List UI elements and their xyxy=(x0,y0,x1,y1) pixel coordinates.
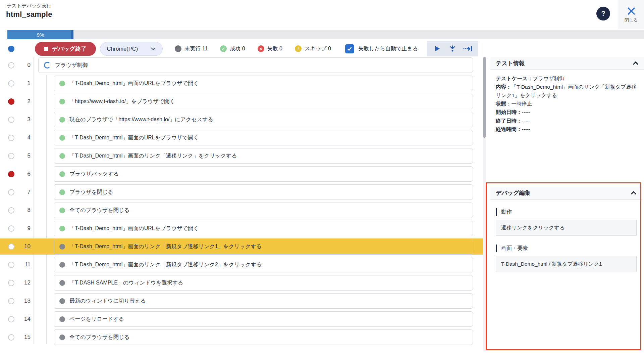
breakpoint-toggle[interactable] xyxy=(8,135,14,141)
step-row-11[interactable]: 11「T-Dash_Demo_html」画面のリンク「新規タブ遷移リンク2」をク… xyxy=(0,257,486,273)
step-card[interactable]: 「T-Dash_Demo_html」画面のリンク「遷移リンク」をクリックする xyxy=(54,148,473,164)
step-card[interactable]: ブラウザ制御 xyxy=(38,57,473,73)
info-label: 状態： xyxy=(496,101,512,106)
step-text: ページをリロードする xyxy=(69,316,124,323)
breakpoint-toggle[interactable] xyxy=(8,80,14,87)
step-row-14[interactable]: 14ページをリロードする xyxy=(0,311,486,327)
step-row-15[interactable]: 15全てのブラウザを閉じる xyxy=(0,329,486,345)
step-row-5[interactable]: 5「T-Dash_Demo_html」画面のリンク「遷移リンク」をクリックする xyxy=(0,148,486,164)
step-into-icon xyxy=(449,45,456,52)
step-card[interactable]: 「T-Dash_Demo_html」画面のURLをブラウザで開く xyxy=(54,76,473,91)
test-info-title: テスト情報 xyxy=(496,59,525,67)
breakpoint-all-toggle[interactable] xyxy=(8,46,14,52)
breakpoint-toggle[interactable] xyxy=(8,316,14,322)
debug-fields: 動作遷移リンクをクリックする画面・要素T-Dash_Demo_html / 新規… xyxy=(490,208,642,272)
breakpoint-toggle[interactable] xyxy=(8,207,14,214)
step-row-3[interactable]: 3現在のブラウザで「https://www.t-dash.io/」にアクセスする xyxy=(0,112,486,128)
step-card[interactable]: 「https://www.t-dash.io/」をブラウザで開く xyxy=(54,94,473,109)
step-index: 12 xyxy=(14,279,31,286)
info-row: 開始日時：----- xyxy=(496,108,639,116)
help-button[interactable]: ? xyxy=(596,7,610,20)
breakpoint-toggle[interactable] xyxy=(8,189,14,195)
step-card[interactable]: ブラウザバックする xyxy=(54,166,473,182)
breakpoint-toggle[interactable] xyxy=(8,62,14,69)
chevron-up-icon xyxy=(631,191,637,195)
autostop-checkbox[interactable] xyxy=(345,44,354,53)
info-value: ----- xyxy=(522,118,531,124)
step-row-10[interactable]: 10「T-Dash_Demo_html」画面のリンク「新規タブ遷移リンク1」をク… xyxy=(0,238,486,255)
step-row-7[interactable]: 7ブラウザを閉じる xyxy=(0,184,486,200)
breakpoint-toggle[interactable] xyxy=(8,244,14,250)
window-header: テストデバッグ実行 html_sample ? 閉じる xyxy=(0,0,644,29)
step-card[interactable]: ブラウザを閉じる xyxy=(54,184,473,200)
browser-select[interactable]: Chrome(PC) xyxy=(100,42,163,56)
step-card[interactable]: 「T-Dash_Demo_html」画面のURLをブラウザで開く xyxy=(54,221,473,236)
stop-debug-button[interactable]: デバッグ終了 xyxy=(35,42,96,56)
field-value-box[interactable]: 遷移リンクをクリックする xyxy=(496,220,637,236)
step-row-12[interactable]: 12「T-DASH SAMPLE」のウィンドウを選択する xyxy=(0,275,486,291)
status-dot-green xyxy=(59,99,65,104)
breakpoint-toggle[interactable] xyxy=(8,117,14,123)
info-row: テストケース：ブラウザ制御 xyxy=(496,74,639,83)
info-row: 終了日時：----- xyxy=(496,117,639,125)
step-card[interactable]: 「T-Dash_Demo_html」画面のリンク「新規タブ遷移リンク1」をクリッ… xyxy=(54,239,473,254)
collapse-test-info[interactable] xyxy=(633,61,639,65)
page-title: html_sample xyxy=(6,10,52,19)
step-card[interactable]: ページをリロードする xyxy=(54,311,473,327)
step-card[interactable]: 最新のウィンドウに切り替える xyxy=(54,293,473,309)
step-into-button[interactable] xyxy=(445,42,460,55)
close-icon xyxy=(626,6,636,16)
collapse-debug-edit[interactable] xyxy=(631,191,637,195)
step-row-13[interactable]: 13最新のウィンドウに切り替える xyxy=(0,293,486,309)
progress-cap xyxy=(71,30,73,39)
debug-edit-title: デバッグ編集 xyxy=(496,189,531,197)
step-row-6[interactable]: 6ブラウザバックする xyxy=(0,166,486,182)
step-card[interactable]: 全てのブラウザを閉じる xyxy=(54,329,473,345)
step-card[interactable]: 「T-DASH SAMPLE」のウィンドウを選択する xyxy=(54,275,473,291)
breakpoint-toggle[interactable] xyxy=(8,225,14,232)
stop-icon xyxy=(44,47,48,51)
step-row-4[interactable]: 4「T-Dash_Demo_html」画面のURLをブラウザで開く xyxy=(0,130,486,146)
info-value: ----- xyxy=(522,126,531,132)
stop-debug-label: デバッグ終了 xyxy=(52,45,87,53)
breakpoint-toggle[interactable] xyxy=(8,280,14,286)
step-text: ブラウザを閉じる xyxy=(69,189,113,196)
step-card[interactable]: 「T-Dash_Demo_html」画面のURLをブラウザで開く xyxy=(54,130,473,145)
status-success: ✓成功 0 xyxy=(220,45,245,52)
breakpoint-toggle[interactable] xyxy=(8,171,14,177)
not_run-icon: − xyxy=(175,45,181,52)
status-dot-gray xyxy=(59,335,65,340)
step-row-9[interactable]: 9「T-Dash_Demo_html」画面のURLをブラウザで開く xyxy=(0,220,486,236)
step-index: 1 xyxy=(14,80,31,87)
step-row-0[interactable]: 0ブラウザ制御 xyxy=(0,57,486,73)
test-debug-window: テストデバッグ実行 html_sample ? 閉じる 9% デバッグ終了 Ch… xyxy=(0,0,644,353)
status-label: 失敗 0 xyxy=(267,45,282,52)
step-card[interactable]: 「T-Dash_Demo_html」画面のリンク「新規タブ遷移リンク2」をクリッ… xyxy=(54,257,473,272)
run-to-end-button[interactable] xyxy=(460,42,476,55)
step-row-2[interactable]: 2「https://www.t-dash.io/」をブラウザで開く xyxy=(0,93,486,109)
breakpoint-toggle[interactable] xyxy=(8,334,14,341)
step-row-1[interactable]: 1「T-Dash_Demo_html」画面のURLをブラウザで開く xyxy=(0,75,486,91)
progress-percent: 9% xyxy=(37,32,44,38)
step-index: 4 xyxy=(14,134,31,141)
breakpoint-toggle[interactable] xyxy=(8,262,14,268)
info-label: テストケース： xyxy=(496,76,533,81)
breakpoint-toggle[interactable] xyxy=(8,298,14,304)
field-value-box[interactable]: T-Dash_Demo_html / 新規タブ遷移リンク1 xyxy=(496,256,637,272)
debug-toolbar: デバッグ終了 Chrome(PC) −未実行 11✓成功 0✕失敗 0!スキップ… xyxy=(0,41,490,57)
step-card[interactable]: 現在のブラウザで「https://www.t-dash.io/」にアクセスする xyxy=(54,112,473,127)
status-dot-green xyxy=(59,226,65,231)
info-row: 経過時間：----- xyxy=(496,125,639,133)
status-label: 未実行 11 xyxy=(184,45,208,52)
close-button[interactable]: 閉じる xyxy=(618,0,644,29)
step-card[interactable]: 全てのブラウザを閉じる xyxy=(54,203,473,218)
status-dot-gray xyxy=(59,262,65,268)
scrollbar-track[interactable] xyxy=(483,57,486,351)
play-button[interactable] xyxy=(429,42,445,55)
breakpoint-toggle[interactable] xyxy=(8,153,14,159)
breakpoint-toggle[interactable] xyxy=(8,98,14,105)
step-row-8[interactable]: 8全てのブラウザを閉じる xyxy=(0,202,486,218)
step-index: 5 xyxy=(14,152,31,159)
scrollbar-thumb[interactable] xyxy=(483,57,486,138)
step-text: 全てのブラウザを閉じる xyxy=(69,334,129,341)
